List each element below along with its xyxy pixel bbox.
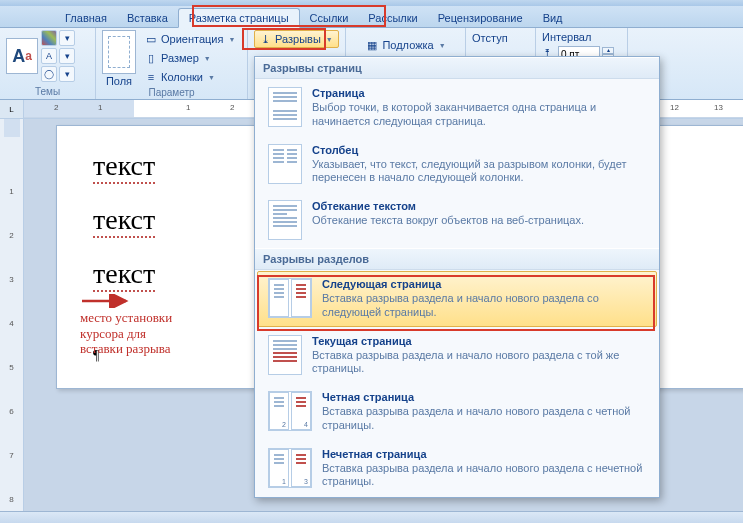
group-themes: Aa ▾ A ▾ ◯ ▾ Темы [0,28,96,99]
annotation-arrow [82,294,132,308]
group-page-setup: Поля ▭ Ориентация ▼ ▯ Размер ▼ ≡ Колонки… [96,28,248,99]
dropdown-icon[interactable]: ▾ [59,30,75,46]
orientation-icon: ▭ [144,32,158,46]
sample-text: текст [93,258,155,292]
chevron-down-icon: ▼ [439,42,446,49]
theme-colors-icon[interactable] [41,30,57,46]
themes-button[interactable]: Aa [6,38,38,74]
chevron-down-icon: ▼ [208,74,215,81]
breaks-button[interactable]: ⤓ Разрывы ▼ [254,30,339,48]
vertical-ruler[interactable]: 12345678 [0,119,24,512]
size-button[interactable]: ▯ Размер ▼ [140,49,241,67]
watermark-button[interactable]: ▦ Подложка ▼ [361,36,449,54]
tab-insert[interactable]: Вставка [117,9,178,27]
menu-item-continuous-section[interactable]: Текущая страницаВставка разрыва раздела … [257,328,657,384]
group-label-page-setup: Параметр [102,87,241,100]
menu-item-next-page-section[interactable]: Следующая страницаВставка разрыва раздел… [257,271,657,327]
page-size-icon: ▯ [144,51,158,65]
breaks-icon: ⤓ [258,32,272,46]
orientation-button[interactable]: ▭ Ориентация ▼ [140,30,241,48]
spacing-label: Интервал [542,30,621,43]
indent-label: Отступ [472,30,529,44]
status-bar [0,511,743,523]
menu-header-section-breaks: Разрывы разделов [255,248,659,270]
breaks-menu: Разрывы страниц СтраницаВыбор точки, в к… [254,56,660,498]
menu-item-column-break[interactable]: СтолбецУказывает, что текст, следующий з… [257,137,657,193]
theme-fonts-icon[interactable]: A [41,48,57,64]
tab-home[interactable]: Главная [55,9,117,27]
ribbon-tabs: Главная Вставка Разметка страницы Ссылки… [0,6,743,28]
menu-header-page-breaks: Разрывы страниц [255,57,659,79]
chevron-down-icon: ▼ [228,36,235,43]
annotation-text: место установки курсора для вставки разр… [80,310,172,357]
tab-view[interactable]: Вид [533,9,573,27]
columns-icon: ≡ [144,70,158,84]
tab-review[interactable]: Рецензирование [428,9,533,27]
chevron-down-icon: ▼ [204,55,211,62]
tab-page-layout[interactable]: Разметка страницы [178,8,300,28]
sample-text: текст [93,150,155,184]
chevron-down-icon: ▼ [326,36,333,43]
spin-up[interactable]: ▴ [602,47,614,54]
group-label-themes: Темы [6,86,89,99]
columns-button[interactable]: ≡ Колонки ▼ [140,68,241,86]
menu-item-odd-page-section[interactable]: 13 Нечетная страницаВставка разрыва разд… [257,441,657,497]
menu-item-page-break[interactable]: СтраницаВыбор точки, в которой заканчива… [257,80,657,136]
menu-item-even-page-section[interactable]: 24 Четная страницаВставка разрыва раздел… [257,384,657,440]
margins-label: Поля [106,75,132,87]
menu-item-text-wrapping-break[interactable]: Обтекание текстомОбтекание текста вокруг… [257,193,657,247]
margins-button[interactable] [102,30,136,74]
watermark-icon: ▦ [365,38,379,52]
tab-mailings[interactable]: Рассылки [358,9,427,27]
sample-text: текст [93,204,155,238]
ruler-corner[interactable]: L [0,100,24,118]
dropdown-icon[interactable]: ▾ [59,48,75,64]
theme-effects-icon[interactable]: ◯ [41,66,57,82]
dropdown-icon[interactable]: ▾ [59,66,75,82]
tab-references[interactable]: Ссылки [300,9,359,27]
